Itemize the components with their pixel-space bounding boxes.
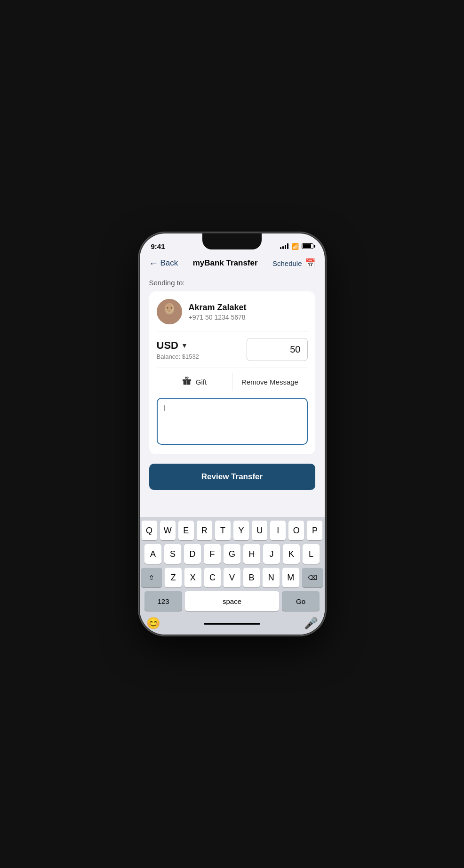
key-z[interactable]: Z	[165, 568, 182, 587]
key-f[interactable]: F	[204, 544, 221, 564]
backspace-key[interactable]: ⌫	[302, 568, 323, 587]
key-a[interactable]: A	[144, 544, 161, 564]
back-label: Back	[160, 258, 178, 268]
svg-rect-10	[183, 379, 191, 380]
chevron-down-icon: ▼	[181, 342, 188, 349]
schedule-label: Schedule	[272, 259, 302, 267]
recipient-row: Akram Zalaket +971 50 1234 5678	[157, 299, 308, 331]
recipient-info: Akram Zalaket +971 50 1234 5678	[189, 303, 247, 321]
space-key[interactable]: space	[185, 591, 279, 611]
key-j[interactable]: J	[263, 544, 280, 564]
keyboard-row-1: Q W E R T Y U I O P	[142, 521, 323, 540]
currency-amount-row: USD ▼ Balance: $1532	[157, 338, 308, 361]
key-q[interactable]: Q	[142, 521, 157, 540]
recipient-phone: +971 50 1234 5678	[189, 313, 247, 321]
review-transfer-label: Review Transfer	[201, 472, 263, 481]
home-indicator	[204, 623, 260, 625]
emoji-button[interactable]: 😊	[146, 617, 160, 630]
wifi-icon: 📶	[291, 243, 299, 250]
schedule-button[interactable]: Schedule 📅	[272, 258, 315, 268]
transfer-card: Akram Zalaket +971 50 1234 5678 USD ▼ Ba…	[149, 291, 315, 454]
gift-icon	[182, 376, 192, 388]
recipient-name: Akram Zalaket	[189, 303, 247, 313]
key-d[interactable]: D	[184, 544, 201, 564]
keyboard: Q W E R T Y U I O P A S D F G H J K L ⇧ …	[140, 517, 325, 635]
sending-label: Sending to:	[149, 279, 315, 287]
key-g[interactable]: G	[224, 544, 240, 564]
go-key[interactable]: Go	[282, 591, 320, 611]
gift-label: Gift	[196, 378, 207, 386]
balance-text: Balance: $1532	[157, 353, 199, 360]
shift-key[interactable]: ⇧	[141, 568, 162, 587]
space-label: space	[223, 597, 241, 605]
key-u[interactable]: U	[252, 521, 267, 540]
keyboard-row-4: 123 space Go	[142, 591, 323, 611]
back-arrow-icon: ←	[149, 258, 159, 268]
gift-remove-row: Gift Remove Message	[157, 368, 308, 391]
main-content: Sending to:	[140, 274, 325, 490]
remove-message-label: Remove Message	[241, 378, 298, 386]
nav-bar: ← Back myBank Transfer Schedule 📅	[140, 254, 325, 274]
gift-button[interactable]: Gift	[157, 373, 232, 391]
keyboard-bottom-row: 😊 🎤	[142, 615, 323, 633]
numbers-label: 123	[157, 597, 169, 605]
svg-point-5	[167, 307, 168, 309]
currency-code: USD	[157, 339, 178, 352]
message-input[interactable]: I	[157, 398, 308, 445]
status-time: 9:41	[151, 242, 165, 250]
go-label: Go	[296, 597, 305, 605]
currency-selector[interactable]: USD ▼ Balance: $1532	[157, 339, 199, 360]
numbers-key[interactable]: 123	[144, 591, 182, 611]
key-k[interactable]: K	[283, 544, 300, 564]
amount-input[interactable]	[247, 338, 308, 361]
review-transfer-button[interactable]: Review Transfer	[149, 464, 315, 490]
avatar	[157, 299, 182, 324]
key-n[interactable]: N	[263, 568, 280, 587]
key-v[interactable]: V	[224, 568, 240, 587]
key-c[interactable]: C	[204, 568, 221, 587]
key-t[interactable]: T	[215, 521, 231, 540]
remove-message-button[interactable]: Remove Message	[232, 373, 308, 391]
notch	[202, 233, 262, 249]
key-w[interactable]: W	[160, 521, 176, 540]
key-m[interactable]: M	[282, 568, 299, 587]
keyboard-row-3: ⇧ Z X C V B N M ⌫	[142, 568, 323, 587]
key-o[interactable]: O	[288, 521, 304, 540]
key-r[interactable]: R	[197, 521, 212, 540]
status-icons: 📶	[280, 243, 313, 250]
nav-title: myBank Transfer	[193, 258, 258, 268]
back-button[interactable]: ← Back	[149, 258, 178, 268]
key-b[interactable]: B	[243, 568, 260, 587]
microphone-button[interactable]: 🎤	[304, 617, 318, 630]
key-x[interactable]: X	[184, 568, 201, 587]
key-p[interactable]: P	[307, 521, 322, 540]
key-s[interactable]: S	[164, 544, 181, 564]
currency-label[interactable]: USD ▼	[157, 339, 199, 352]
key-i[interactable]: I	[270, 521, 286, 540]
calendar-icon: 📅	[305, 258, 315, 268]
avatar-face	[157, 299, 182, 324]
key-y[interactable]: Y	[233, 521, 249, 540]
svg-point-6	[170, 307, 172, 309]
battery-icon	[302, 243, 313, 249]
key-e[interactable]: E	[178, 521, 194, 540]
keyboard-row-2: A S D F G H J K L	[142, 544, 323, 564]
signal-icon	[280, 243, 288, 249]
key-h[interactable]: H	[243, 544, 260, 564]
phone-shell: 9:41 📶 ← Back myBank Transfer Schedule 📅…	[140, 233, 325, 635]
key-l[interactable]: L	[303, 544, 320, 564]
